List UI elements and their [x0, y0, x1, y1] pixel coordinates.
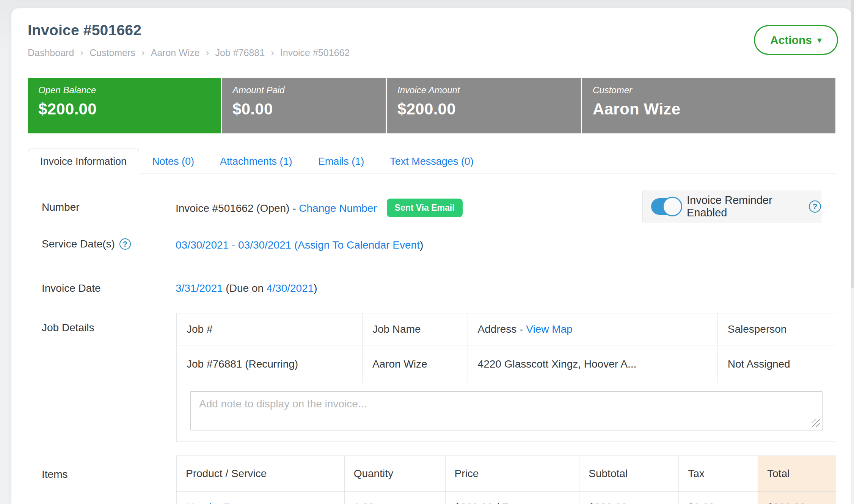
actions-button[interactable]: Actions ▾ [754, 25, 838, 55]
help-icon[interactable]: ? [119, 238, 131, 250]
job-table-header-row: Job # Job Name Address - View Map Salesp… [177, 313, 836, 346]
stat-open-balance: Open Balance $200.00 [28, 78, 221, 133]
stat-label: Amount Paid [232, 85, 386, 95]
product-service-header: Product / Service [177, 456, 345, 491]
actions-button-label: Actions [770, 34, 812, 47]
product-link[interactable]: Monthy Rate [186, 501, 246, 504]
number-label: Number [42, 201, 80, 213]
subtotal-cell: $200.00 [579, 491, 679, 504]
breadcrumb-item-customer[interactable]: Aaron Wize [151, 47, 200, 58]
job-name-cell: Aaron Wize [362, 346, 468, 383]
address-cell: 4220 Glasscott Xingz, Hoover A... [468, 346, 717, 383]
scrollbar-track[interactable] [851, 0, 854, 504]
stat-amount-paid: Amount Paid $0.00 [222, 78, 386, 133]
tax-header: Tax [679, 456, 758, 491]
page-title: Invoice #501662 [28, 22, 141, 39]
job-details-table: Job # Job Name Address - View Map Salesp… [177, 313, 836, 383]
breadcrumb-item-invoice: Invoice #501662 [280, 47, 350, 58]
items-row: Monthy Rate 1.00 $200.00 / Ea $200.00 $0… [177, 491, 836, 504]
job-name-header: Job Name [362, 313, 468, 346]
chevron-down-icon: ▾ [817, 36, 822, 45]
breadcrumb-item-dashboard[interactable]: Dashboard [28, 47, 74, 58]
breadcrumb-separator-icon: › [271, 47, 274, 59]
service-dates-label-text: Service Date(s) [42, 238, 115, 250]
price-cell: $200.00 / Ea [445, 491, 579, 504]
change-number-link[interactable]: Change Number [299, 202, 377, 214]
stat-label: Open Balance [38, 85, 221, 95]
stat-value: Aaron Wize [593, 100, 835, 118]
tab-attachments[interactable]: Attachments (1) [207, 149, 305, 174]
invoice-reminder-label: Invoice Reminder Enabled [687, 194, 803, 219]
invoice-card: Invoice #501662 Dashboard › Customers › … [11, 8, 851, 504]
items-header-row: Product / Service Quantity Price Subtota… [177, 456, 836, 491]
items-label: Items [42, 468, 68, 481]
tax-cell: $0.00 [679, 491, 758, 504]
service-dates-value: 03/30/2021 - 03/30/2021 (Assign To Calen… [176, 239, 423, 251]
total-cell: $200.00 [758, 491, 836, 504]
items-table: Product / Service Quantity Price Subtota… [176, 455, 836, 504]
assign-to-calendar-suffix: ) [420, 239, 423, 251]
address-header-text: Address - [478, 323, 526, 335]
tab-emails[interactable]: Emails (1) [305, 149, 377, 174]
invoice-reminder-box: Invoice Reminder Enabled ? [642, 191, 821, 222]
toggle-knob [662, 197, 682, 216]
tab-invoice-information[interactable]: Invoice Information [28, 149, 139, 174]
summary-stats-bar: Open Balance $200.00 Amount Paid $0.00 I… [28, 78, 835, 133]
breadcrumb-separator-icon: › [141, 47, 145, 59]
price-header: Price [445, 456, 579, 491]
help-icon[interactable]: ? [809, 200, 821, 213]
salesperson-cell: Not Assigned [717, 346, 836, 383]
tab-text-messages[interactable]: Text Messages (0) [377, 149, 487, 174]
stat-value: $0.00 [232, 100, 386, 118]
product-cell: Monthy Rate [177, 491, 345, 504]
breadcrumb-item-job[interactable]: Job #76881 [215, 47, 265, 58]
address-header: Address - View Map [468, 313, 717, 346]
stat-value: $200.00 [397, 100, 581, 118]
invoice-date-label: Invoice Date [42, 282, 101, 294]
invoice-note-textarea[interactable] [190, 391, 823, 430]
job-number-header: Job # [177, 313, 362, 346]
invoice-reminder-toggle[interactable] [651, 198, 681, 215]
due-date-link[interactable]: 4/30/2021 [267, 282, 314, 294]
salesperson-header: Salesperson [717, 313, 836, 346]
scrollbar-thumb[interactable] [851, 0, 854, 288]
service-dates-label: Service Date(s) ? [42, 238, 131, 250]
invoice-date-link[interactable]: 3/31/2021 [176, 282, 223, 294]
sent-via-email-badge: Sent Via Email [387, 199, 463, 217]
service-dates-link[interactable]: 03/30/2021 - 03/30/2021 [176, 239, 291, 251]
breadcrumb-separator-icon: › [206, 47, 209, 59]
stat-value: $200.00 [38, 100, 221, 118]
quantity-header: Quantity [344, 456, 445, 491]
assign-to-calendar-link[interactable]: (Assign To Calendar Event [294, 239, 420, 251]
stat-invoice-amount: Invoice Amount $200.00 [387, 78, 581, 133]
due-on-suffix: ) [314, 282, 317, 294]
total-header: Total [758, 456, 836, 491]
breadcrumb: Dashboard › Customers › Aaron Wize › Job… [28, 47, 350, 59]
invoice-date-value: 3/31/2021 (Due on 4/30/2021) [176, 282, 317, 294]
quantity-cell: 1.00 [344, 491, 445, 504]
breadcrumb-separator-icon: › [80, 47, 83, 59]
job-table-row: Job #76881 (Recurring) Aaron Wize 4220 G… [177, 346, 836, 383]
stat-label: Customer [593, 85, 835, 95]
invoice-number-text: Invoice #501662 (Open) - [176, 202, 299, 214]
breadcrumb-item-customers[interactable]: Customers [89, 47, 135, 58]
stat-label: Invoice Amount [397, 85, 581, 95]
number-value: Invoice #501662 (Open) - Change Number S… [176, 200, 463, 218]
tab-bar: Invoice Information Notes (0) Attachment… [28, 149, 487, 174]
tab-notes[interactable]: Notes (0) [139, 149, 207, 174]
job-details-label: Job Details [42, 322, 94, 334]
due-on-prefix: (Due on [223, 282, 267, 294]
job-details-container: Job # Job Name Address - View Map Salesp… [176, 313, 836, 442]
subtotal-header: Subtotal [579, 456, 679, 491]
view-map-link[interactable]: View Map [526, 323, 572, 335]
stat-customer: Customer Aaron Wize [582, 78, 835, 133]
job-number-cell: Job #76881 (Recurring) [177, 346, 362, 383]
